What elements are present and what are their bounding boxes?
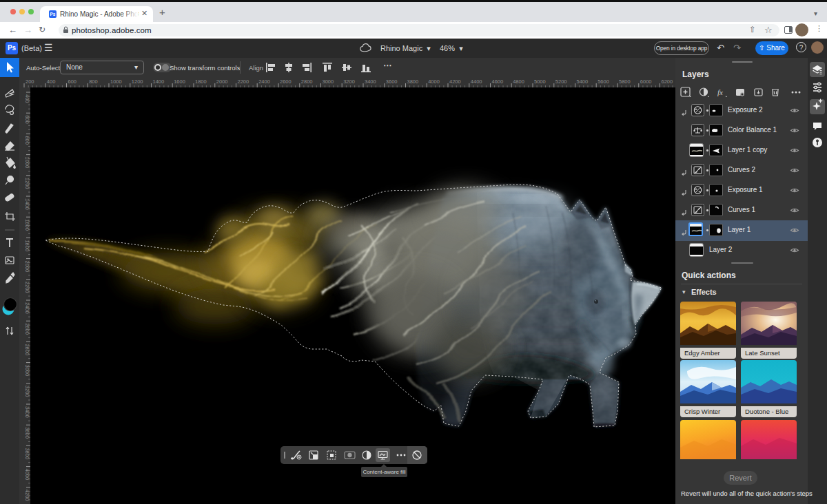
- svg-text:3600: 3600: [386, 78, 398, 85]
- svg-text:4800: 4800: [513, 78, 524, 85]
- svg-text:5800: 5800: [619, 78, 631, 85]
- svg-text:5200: 5200: [555, 78, 567, 85]
- svg-text:4600: 4600: [492, 78, 504, 85]
- svg-text:1600: 1600: [174, 78, 185, 85]
- svg-text:2200: 2200: [238, 78, 249, 85]
- svg-text:2800: 2800: [301, 78, 313, 85]
- svg-text:fx: fx: [717, 88, 723, 96]
- svg-text:400: 400: [47, 78, 56, 85]
- svg-text:3200: 3200: [343, 78, 355, 85]
- svg-text:600: 600: [68, 78, 77, 85]
- svg-text:200: 200: [25, 78, 34, 85]
- svg-text:1000: 1000: [110, 78, 122, 85]
- svg-text:600: 600: [24, 115, 30, 124]
- svg-text:1400: 1400: [153, 78, 165, 85]
- svg-text:3800: 3800: [407, 78, 419, 85]
- svg-text:400: 400: [24, 94, 30, 103]
- svg-text:2000: 2000: [216, 78, 228, 85]
- svg-text:5000: 5000: [534, 78, 546, 85]
- svg-text:800: 800: [89, 78, 98, 85]
- svg-text:4000: 4000: [428, 78, 440, 85]
- svg-text:6000: 6000: [640, 78, 652, 85]
- svg-text:5600: 5600: [598, 78, 609, 85]
- svg-text:2600: 2600: [280, 78, 292, 85]
- svg-text:6200: 6200: [662, 78, 673, 85]
- svg-text:5400: 5400: [577, 78, 589, 85]
- svg-text:3000: 3000: [323, 78, 334, 85]
- svg-text:4400: 4400: [471, 78, 482, 85]
- svg-text:2400: 2400: [258, 78, 270, 85]
- svg-text:800: 800: [24, 136, 30, 145]
- svg-text:3400: 3400: [365, 78, 376, 85]
- svg-text:1200: 1200: [132, 78, 143, 85]
- svg-text:4200: 4200: [449, 78, 461, 85]
- svg-text:1800: 1800: [195, 78, 207, 85]
